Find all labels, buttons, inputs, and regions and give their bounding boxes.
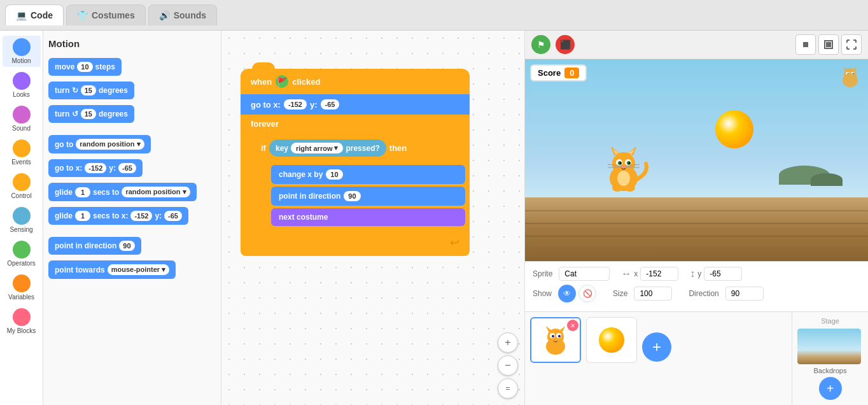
sprite-thumb-ball[interactable] [586, 317, 637, 363]
blocks-panel: Motion move 10 steps turn ↻ 15 degrees t… [43, 31, 221, 405]
key-value-input[interactable]: right arrow ▾ [291, 143, 343, 153]
tab-sounds[interactable]: 🔊 Sounds [148, 4, 217, 25]
block-turn-cw[interactable]: turn ↻ 15 degrees [48, 82, 134, 99]
forever-block[interactable]: forever [241, 115, 470, 133]
svg-point-36 [552, 335, 554, 338]
sounds-icon: 🔊 [159, 10, 170, 20]
sidebar-item-myblocks[interactable]: My Blocks [3, 306, 41, 337]
stage-canvas: Score 0 [525, 59, 868, 261]
sidebar-item-control[interactable]: Control [3, 171, 41, 202]
sidebar-item-motion[interactable]: Motion [3, 36, 41, 67]
main-body: Motion Looks Sound Events Control Sensin… [0, 31, 868, 405]
change-x-input[interactable]: 10 [326, 169, 342, 180]
size-label: Size [613, 289, 627, 298]
variables-dot [13, 274, 31, 292]
score-badge: Score 0 [530, 64, 587, 82]
variables-label: Variables [8, 294, 34, 301]
tab-code-label: Code [31, 10, 53, 20]
green-flag-button[interactable]: ⚑ [531, 35, 550, 54]
stage-area: ⚑ ⬛ [524, 31, 868, 405]
sidebar-item-sensing[interactable]: Sensing [3, 204, 41, 236]
control-label: Control [11, 192, 31, 199]
scripts-area[interactable]: when 🚩 clicked go to x: -152 y: -65 fore… [221, 31, 524, 405]
next-costume-block[interactable]: next costume [271, 208, 465, 226]
sidebar-item-looks[interactable]: Looks [3, 69, 41, 101]
sidebar-item-events[interactable]: Events [3, 137, 41, 168]
zoom-controls: + − = [498, 332, 518, 399]
delete-sprite-button[interactable]: ✕ [567, 320, 578, 331]
goto-xy-block[interactable]: go to x: -152 y: -65 [241, 94, 470, 115]
forever-body: if key right arrow ▾ pressed? then [241, 133, 470, 231]
sprite-thumb-cat[interactable]: ✕ [530, 317, 581, 363]
forever-bottom: ↩ [241, 231, 470, 256]
hidden-icon: 🚫 [583, 289, 592, 298]
fullscreen-button[interactable] [841, 34, 862, 55]
add-backdrop-button[interactable]: + [819, 377, 842, 400]
block-glide-xy[interactable]: glide 1 secs to x: -152 y: -65 [48, 207, 188, 225]
goto-y-input[interactable]: -65 [321, 99, 340, 110]
point-dir-block[interactable]: point in direction 90 [271, 187, 465, 206]
tab-code[interactable]: 💻 Code [5, 4, 64, 25]
block-glide-random[interactable]: glide 1 secs to random position ▾ [48, 183, 197, 201]
tab-costumes[interactable]: 👕 Costumes [66, 4, 146, 25]
fullscreen-icon [846, 39, 857, 50]
sidebar-item-variables[interactable]: Variables [3, 272, 41, 303]
code-icon: 💻 [16, 10, 27, 20]
y-value-input[interactable] [704, 267, 742, 281]
island-shape2 [811, 173, 843, 186]
script-stack: when 🚩 clicked go to x: -152 y: -65 fore… [241, 69, 470, 256]
change-x-block[interactable]: change x by 10 [271, 165, 465, 184]
svg-point-21 [625, 184, 635, 192]
goto-x-input[interactable]: -152 [284, 99, 307, 110]
category-panel: Motion Looks Sound Events Control Sensin… [0, 31, 43, 405]
zoom-in-button[interactable]: + [498, 332, 518, 353]
sprite-label: Sprite [533, 269, 552, 278]
next-costume-label: next costume [279, 213, 328, 222]
block-goto-random[interactable]: go to random position ▾ [48, 135, 151, 153]
sidebar-item-operators[interactable]: Operators [3, 238, 41, 269]
change-x-label: change x by [279, 170, 323, 179]
direction-input[interactable] [725, 287, 764, 301]
block-turn-ccw[interactable]: turn ↺ 15 degrees [48, 105, 134, 123]
zoom-fit-button[interactable]: = [498, 378, 518, 399]
normal-stage-icon [823, 39, 834, 50]
block-goto-xy[interactable]: go to x: -152 y: -65 [48, 159, 143, 177]
x-coord-group: ↔ x [621, 267, 678, 281]
if-block[interactable]: if key right arrow ▾ pressed? then [256, 136, 467, 160]
block-move[interactable]: move 10 steps [48, 58, 122, 76]
key-pressed-block[interactable]: key right arrow ▾ pressed? [269, 139, 386, 157]
block-turn-ccw-row: turn ↺ 15 degrees [48, 105, 216, 126]
sprite-name-input[interactable] [559, 267, 610, 281]
sensing-label: Sensing [10, 226, 32, 233]
small-stage-button[interactable] [795, 34, 816, 55]
block-point-direction[interactable]: point in direction 90 [48, 237, 141, 255]
svg-marker-32 [546, 326, 552, 332]
point-dir-input[interactable]: 90 [344, 191, 360, 201]
forever-arrow-icon: ↩ [450, 236, 459, 250]
stage-section: Stage Backdrops + [792, 312, 868, 405]
size-input[interactable] [634, 287, 672, 301]
show-button[interactable]: 👁 [558, 285, 576, 302]
block-point-towards[interactable]: point towards mouse-pointer ▾ [48, 260, 176, 279]
stage-top-bar: ⚑ ⬛ [525, 31, 868, 59]
stage-thumb[interactable] [797, 329, 861, 364]
arrow-x-icon: ↔ [621, 268, 631, 280]
events-dot [13, 139, 31, 157]
stop-button[interactable]: ⬛ [556, 35, 575, 54]
hide-button[interactable]: 🚫 [578, 285, 596, 302]
floor [525, 197, 868, 261]
svg-marker-24 [843, 66, 848, 71]
forever-label: forever [251, 119, 279, 129]
myblocks-dot [13, 308, 31, 326]
x-value-input[interactable] [640, 267, 678, 281]
svg-point-37 [558, 335, 561, 338]
stage-view-buttons [795, 34, 862, 55]
add-sprite-button[interactable]: + [642, 332, 671, 362]
y-coord-group: ↕ y [690, 267, 742, 281]
control-dot [13, 173, 31, 191]
sidebar-item-sound[interactable]: Sound [3, 103, 41, 134]
zoom-out-button[interactable]: − [498, 355, 518, 376]
sprite-icon-overlay [837, 64, 863, 90]
when-clicked-block[interactable]: when 🚩 clicked [241, 69, 470, 94]
normal-stage-button[interactable] [818, 34, 839, 55]
